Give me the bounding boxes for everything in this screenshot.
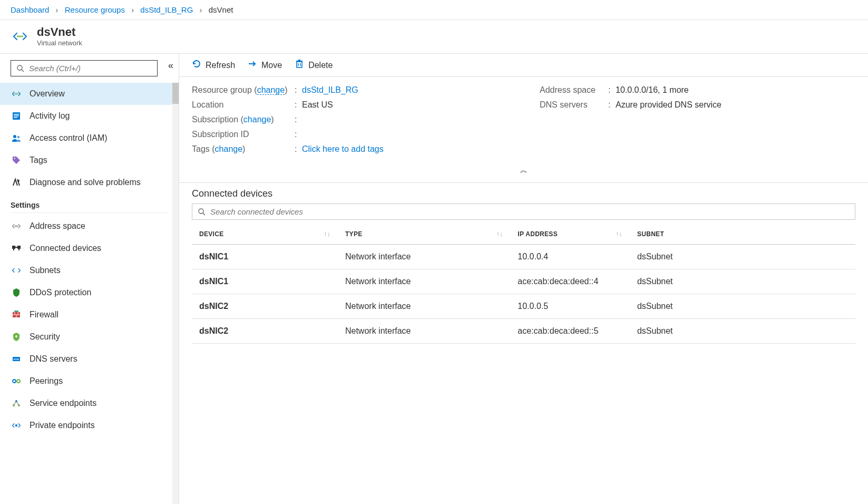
sidebar-item-security[interactable]: Security <box>0 326 179 348</box>
devices-icon <box>11 243 22 254</box>
delete-button[interactable]: Delete <box>295 59 333 71</box>
change-subscription-link[interactable]: change <box>243 115 271 124</box>
page-title: dsVnet <box>37 25 82 39</box>
move-icon <box>248 59 257 71</box>
sidebar-item-ddos[interactable]: DDoS protection <box>0 282 179 304</box>
svg-point-3 <box>17 65 22 70</box>
svg-point-18 <box>17 226 18 227</box>
detail-value-address-space: 10.0.0.0/16, 1 more <box>616 85 855 95</box>
change-tags-link[interactable]: change <box>215 144 243 153</box>
cell-subnet: dsSubnet <box>630 269 855 294</box>
breadcrumb: Dashboard › Resource groups › dsStd_ILB_… <box>0 0 868 20</box>
svg-point-47 <box>199 209 203 214</box>
sort-icon: ↑↓ <box>324 230 330 238</box>
move-button[interactable]: Move <box>248 59 282 71</box>
detail-value-dns: Azure provided DNS service <box>616 100 855 110</box>
search-icon <box>16 64 25 73</box>
iam-icon <box>11 132 22 144</box>
sidebar-item-overview[interactable]: Overview <box>0 83 179 105</box>
svg-point-16 <box>14 226 16 227</box>
sidebar-item-tags[interactable]: Tags <box>0 149 179 171</box>
sidebar-item-iam[interactable]: Access control (IAM) <box>0 127 179 149</box>
svg-rect-46 <box>298 60 300 61</box>
sidebar-item-label: Diagnose and solve problems <box>30 178 141 187</box>
detail-value-rg[interactable]: dsStd_ILB_RG <box>302 85 358 94</box>
sidebar-item-subnets[interactable]: Subnets <box>0 259 179 282</box>
sidebar-item-activity-log[interactable]: Activity log <box>0 105 179 127</box>
table-row[interactable]: dsNIC1Network interface10.0.0.4dsSubnet <box>192 245 855 269</box>
svg-rect-9 <box>14 114 19 115</box>
move-label: Move <box>261 61 282 70</box>
svg-point-14 <box>14 158 15 159</box>
refresh-icon <box>192 59 201 71</box>
vnet-icon <box>11 88 22 100</box>
search-icon <box>198 208 206 216</box>
sidebar-scrollbar[interactable] <box>172 83 179 504</box>
svg-rect-20 <box>17 246 21 249</box>
svg-rect-40 <box>15 424 17 427</box>
sidebar-item-address-space[interactable]: Address space <box>0 215 179 237</box>
svg-point-0 <box>17 35 19 37</box>
sidebar-item-label: Connected devices <box>30 244 101 253</box>
svg-point-33 <box>13 380 16 383</box>
detail-label-tags: Tags (change) <box>192 144 295 154</box>
svg-point-17 <box>16 226 17 227</box>
table-row[interactable]: dsNIC2Network interfaceace:cab:deca:deed… <box>192 319 855 344</box>
cell-type: Network interface <box>338 294 510 319</box>
page-subtitle: Virtual network <box>37 39 82 47</box>
col-subnet[interactable]: SUBNET <box>630 224 855 245</box>
detail-label-rg: Resource group (change) <box>192 85 295 95</box>
sidebar-item-connected-devices[interactable]: Connected devices <box>0 237 179 259</box>
devices-search-input[interactable] <box>210 207 850 216</box>
collapse-sidebar-icon[interactable]: « <box>168 60 173 71</box>
sidebar-item-label: Activity log <box>30 111 70 121</box>
svg-line-4 <box>22 70 24 72</box>
sidebar-item-firewall[interactable]: Firewall <box>0 304 179 326</box>
table-row[interactable]: dsNIC2Network interface10.0.0.5dsSubnet <box>192 294 855 319</box>
breadcrumb-link-rg[interactable]: dsStd_ILB_RG <box>140 5 193 14</box>
subnet-icon <box>11 265 22 276</box>
sidebar-item-diagnose[interactable]: Diagnose and solve problems <box>0 171 179 193</box>
refresh-button[interactable]: Refresh <box>192 59 235 71</box>
svg-line-38 <box>14 401 16 405</box>
detail-label-dns: DNS servers <box>540 100 608 110</box>
col-type[interactable]: TYPE↑↓ <box>338 224 510 245</box>
connected-devices-section: Connected devices DEVICE↑↓ TYPE↑↓ IP ADD… <box>179 183 868 349</box>
sidebar-item-private-endpoints[interactable]: Private endpoints <box>0 414 179 437</box>
svg-rect-22 <box>13 249 14 250</box>
devices-table: DEVICE↑↓ TYPE↑↓ IP ADDRESS↑↓ SUBNET dsNI… <box>192 224 855 344</box>
sidebar-item-service-endpoints[interactable]: Service endpoints <box>0 392 179 414</box>
collapse-details-icon[interactable]: ︽ <box>179 164 868 179</box>
add-tags-link[interactable]: Click here to add tags <box>302 144 384 153</box>
sidebar-item-peerings[interactable]: Peerings <box>0 370 179 392</box>
cell-ip: ace:cab:deca:deed::4 <box>510 269 630 294</box>
delete-label: Delete <box>308 61 333 70</box>
dns-icon: www <box>11 353 22 365</box>
change-rg-link[interactable]: change <box>257 85 285 95</box>
breadcrumb-current: dsVnet <box>209 5 233 14</box>
chevron-right-icon: › <box>131 5 134 14</box>
sidebar-search-input[interactable] <box>29 64 152 73</box>
sidebar-item-label: Address space <box>30 221 85 231</box>
col-ip[interactable]: IP ADDRESS↑↓ <box>510 224 630 245</box>
address-space-icon <box>11 220 22 232</box>
firewall-icon <box>11 309 22 321</box>
security-icon <box>11 331 22 343</box>
sidebar: « Overview Activity log Access control (… <box>0 54 179 504</box>
detail-label-subscription-id: Subscription ID <box>192 130 295 139</box>
table-row[interactable]: dsNIC1Network interfaceace:cab:deca:deed… <box>192 269 855 294</box>
sidebar-item-label: Subnets <box>30 266 61 275</box>
log-icon <box>11 110 22 122</box>
cell-type: Network interface <box>338 319 510 344</box>
sidebar-search[interactable] <box>11 60 158 76</box>
cell-subnet: dsSubnet <box>630 245 855 269</box>
breadcrumb-link-dashboard[interactable]: Dashboard <box>11 5 49 14</box>
tag-icon <box>11 154 22 166</box>
svg-line-48 <box>203 213 205 215</box>
breadcrumb-link-resource-groups[interactable]: Resource groups <box>65 5 125 14</box>
svg-point-5 <box>14 93 16 95</box>
devices-search[interactable] <box>192 203 855 220</box>
sidebar-item-dns[interactable]: www DNS servers <box>0 348 179 370</box>
sidebar-item-label: Service endpoints <box>30 399 96 408</box>
col-device[interactable]: DEVICE↑↓ <box>192 224 338 245</box>
